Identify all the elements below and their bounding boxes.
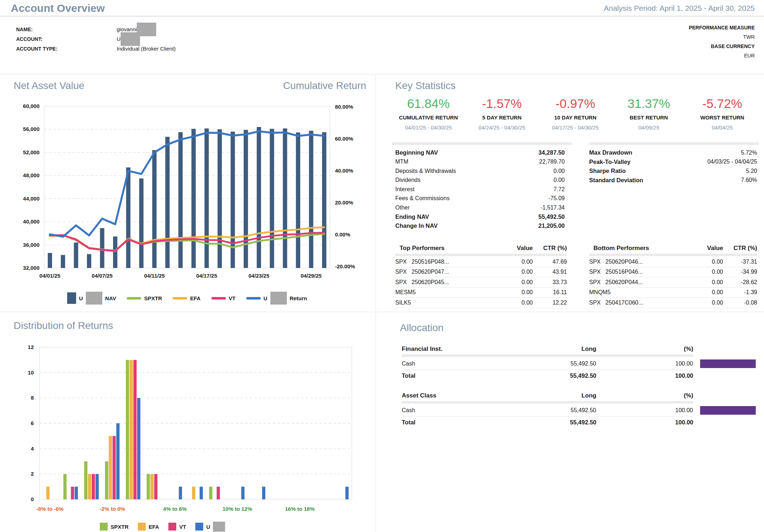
line-swatch	[127, 297, 141, 300]
column-header: CTR (%)	[533, 245, 567, 252]
redaction-box	[270, 292, 287, 305]
row-label: Cash	[402, 407, 495, 414]
row-long: 55,492.50	[495, 407, 596, 414]
legend-text: SPXTR	[111, 524, 129, 530]
svg-text:36,000: 36,000	[23, 242, 39, 248]
instrument-value: 0.00	[685, 300, 723, 306]
instrument-name: SPX 250620P047...	[395, 269, 495, 275]
row-pct: 100.00	[596, 372, 693, 379]
hist-bar-u	[262, 487, 265, 499]
header-separator	[402, 401, 693, 404]
instrument-ctr: -1.39	[723, 289, 757, 296]
column-header: Value	[685, 245, 723, 252]
hist-bar-u	[116, 423, 120, 499]
instrument-value: 0.00	[495, 259, 533, 265]
hist-bar-u	[345, 487, 349, 499]
nav-bar	[100, 228, 104, 268]
hist-bar-spxtr	[105, 461, 108, 499]
key-stat-label: CUMULATIVE RETURN	[392, 114, 465, 121]
account-info-row: NAME:giovanni	[16, 24, 176, 34]
nav-bar	[61, 255, 65, 268]
svg-text:6: 6	[31, 420, 34, 426]
allocation-bar	[700, 359, 756, 368]
square-swatch	[138, 523, 146, 531]
instrument-ctr: -28.62	[723, 279, 757, 286]
svg-text:10: 10	[28, 369, 34, 376]
row-label: Cash	[402, 361, 495, 367]
svg-text:0: 0	[31, 496, 34, 502]
account-setting-label: BASE CURRENCY	[689, 42, 755, 51]
allocation-total-row: Total55,492.50100.00	[402, 370, 756, 382]
page-title: Account Overview	[11, 2, 105, 14]
key-stat-label: 5 DAY RETURN	[465, 114, 539, 121]
hist-bar-efa	[46, 487, 50, 499]
instrument-value: 0.00	[685, 279, 723, 286]
header-separator	[402, 354, 693, 357]
row-label: Fees & Commissions	[395, 195, 449, 202]
account-info-label: ACCOUNT:	[16, 36, 117, 42]
nav-bar	[152, 150, 157, 268]
key-stat-dates: 04/01/25 - 04/30/25	[392, 124, 465, 131]
cumulative-return-title: Cumulative Return	[283, 80, 366, 91]
bar-swatch	[67, 292, 76, 304]
nav-breakdown-row: Interest7.72	[395, 185, 565, 194]
allocation-total-row: Total55,492.50100.00	[402, 416, 756, 428]
key-stat: -0.97%10 DAY RETURN04/17/25 - 04/30/25	[539, 96, 612, 131]
instrument-name: MESM5	[395, 289, 495, 296]
key-stat-value: 61.84%	[392, 96, 465, 111]
key-stat: -1.57%5 DAY RETURN04/24/25 - 04/30/25	[465, 96, 539, 131]
instrument-value: 0.00	[685, 259, 723, 265]
allocation-row: Cash55,492.50100.00	[402, 358, 756, 369]
row-value: 22,789.70	[539, 159, 565, 165]
instrument-value: 0.00	[685, 289, 723, 296]
nav-x-axis-labels: 04/01/2504/07/2504/11/2504/17/2504/23/25…	[39, 273, 322, 279]
square-swatch	[195, 523, 203, 531]
redaction-box	[121, 32, 140, 46]
instrument-ctr: 47.69	[533, 259, 567, 265]
risk-stat-row: Sharpe Ratio5.20	[589, 166, 757, 176]
distribution-panel: Distribution of Returns 024681012-8% to …	[0, 312, 376, 532]
column-header: Long	[495, 345, 596, 353]
nav-chart-panel: Net Asset Value Cumulative Return 32,000…	[0, 74, 376, 312]
legend-text: U	[206, 524, 210, 530]
account-setting-label: PERFORMANCE MEASURE	[689, 23, 755, 32]
account-settings: PERFORMANCE MEASURETWRBASE CURRENCYEUR	[689, 23, 755, 60]
account-setting-value: TWR	[689, 32, 755, 42]
nav-bar	[244, 130, 248, 268]
legend-item-spxtr: SPXTR	[100, 523, 129, 531]
key-stat-dates: 04/24/25 - 04/30/25	[465, 124, 539, 131]
instrument-ctr: 33.73	[533, 279, 567, 286]
legend-item-spxtr: SPXTR	[127, 295, 162, 301]
svg-text:04/23/25: 04/23/25	[248, 273, 269, 279]
legend-item-vt: VT	[168, 523, 186, 531]
svg-text:80.00%: 80.00%	[335, 104, 353, 110]
svg-text:32,000: 32,000	[23, 265, 39, 271]
key-stat: 61.84%CUMULATIVE RETURN04/01/25 - 04/30/…	[392, 96, 465, 131]
hist-bar-efa	[130, 360, 133, 499]
instrument-ctr: 43.91	[533, 269, 567, 275]
svg-text:52,000: 52,000	[23, 149, 39, 155]
table-row: SPX 250620P045...0.0033.73	[395, 277, 567, 288]
hist-bar-spxtr	[147, 474, 150, 499]
svg-text:04/17/25: 04/17/25	[196, 273, 217, 279]
nav-chart-legend: UNAVSPXTREFAVTUReturn	[44, 292, 330, 305]
instrument-value: 0.00	[495, 300, 533, 306]
svg-text:8: 8	[31, 395, 34, 401]
legend-item-vt: VT	[211, 295, 236, 301]
row-label: Deposits & Withdrawals	[395, 168, 456, 174]
row-value: 0.00	[554, 168, 565, 174]
instrument-name: SPX 250516P046...	[589, 269, 685, 275]
nav-breakdown-row: Dividends0.00	[395, 176, 565, 185]
hist-bar-efa	[109, 436, 112, 499]
nav-bar	[218, 129, 222, 268]
hist-bar-spxtr	[209, 487, 213, 499]
svg-text:-20.00%: -20.00%	[335, 263, 355, 269]
distribution-legend: SPXTREFAVTU	[100, 522, 225, 532]
nav-breakdown-row: MTM22,789.70	[395, 157, 565, 167]
svg-text:60.00%: 60.00%	[335, 136, 353, 142]
instrument-ctr: 12.22	[533, 300, 567, 306]
key-stat: 31.37%BEST RETURN04/09/25	[612, 96, 686, 131]
svg-text:4% to 6%: 4% to 6%	[163, 506, 187, 512]
legend-item-nav: UNAV	[67, 292, 116, 305]
row-long: 55,492.50	[495, 361, 596, 367]
